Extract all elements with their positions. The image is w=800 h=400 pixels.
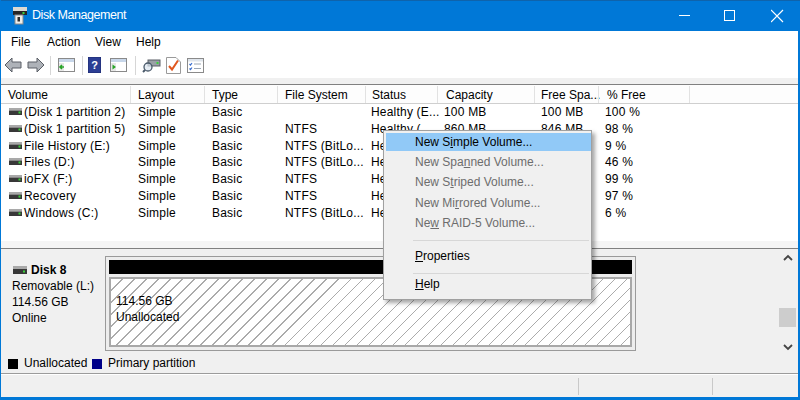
svg-text:?: ?: [91, 59, 98, 71]
